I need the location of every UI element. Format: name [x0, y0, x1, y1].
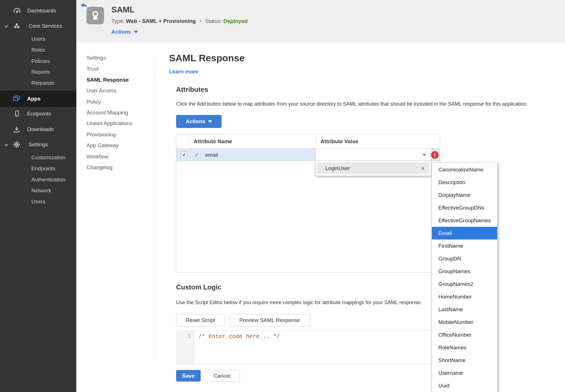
- error-icon: !: [431, 151, 439, 159]
- subnav-item-saml-response[interactable]: SAML Response: [86, 76, 129, 84]
- subnav-item-policy[interactable]: Policy: [86, 98, 101, 106]
- attributes-heading: Attributes: [176, 86, 208, 93]
- menu-item-groupnames[interactable]: GroupNames: [432, 265, 497, 278]
- sidebar-item-label: Roles: [31, 45, 45, 55]
- value-dropdown-menu: LoginUser: [316, 161, 431, 176]
- sidebar-item-downloads[interactable]: Downloads: [0, 124, 76, 134]
- sidebar-item-label: Downloads: [27, 124, 54, 134]
- sidebar-item-label: Requests: [31, 78, 54, 88]
- header-actions-label: Actions: [111, 29, 131, 35]
- sidebar-item-endpoints-settings[interactable]: Endpoints: [0, 164, 76, 174]
- subnav-item-changelog[interactable]: Changelog: [86, 163, 112, 172]
- menu-item-mobilenumber[interactable]: MobileNumber: [432, 316, 497, 328]
- learn-more-link[interactable]: Learn more: [169, 69, 198, 75]
- menu-item-homenumber[interactable]: HomeNumber: [432, 290, 497, 303]
- row-checkbox[interactable]: [181, 152, 187, 158]
- menu-item-shortname[interactable]: ShortName: [432, 354, 497, 367]
- sidebar: Dashboards Core Services Users Roles Pol…: [0, 0, 76, 392]
- sidebar-item-label: Customization: [31, 153, 65, 163]
- sidebar-item-customization[interactable]: Customization: [0, 153, 76, 163]
- save-button[interactable]: Save: [176, 370, 201, 382]
- subnav-item-provisioning[interactable]: Provisioning: [86, 130, 116, 139]
- loginuser-submenu: CanonicalizeName Description DisplayName…: [432, 162, 497, 392]
- gear-icon: [13, 141, 20, 150]
- menu-item-firstname[interactable]: FirstName: [432, 239, 497, 252]
- sidebar-item-requests[interactable]: Requests: [0, 78, 76, 88]
- subnav-item-app-gateway[interactable]: App Gateway: [86, 141, 119, 150]
- subnav-item-trust[interactable]: Trust: [86, 65, 99, 73]
- menu-item-effectivegroupnames[interactable]: EffectiveGroupNames: [432, 214, 497, 227]
- sidebar-item-label: Endpoints: [31, 164, 55, 174]
- menu-item-description[interactable]: Description: [432, 176, 497, 189]
- sidebar-item-roles[interactable]: Roles: [0, 45, 76, 55]
- menu-item-username[interactable]: Username: [432, 367, 497, 379]
- sidebar-item-core-services[interactable]: Core Services: [0, 21, 76, 31]
- chevron-down-icon: [4, 142, 8, 149]
- menu-item-displayname[interactable]: DisplayName: [432, 189, 497, 201]
- attributes-description: Click the Add button below to map attrib…: [176, 101, 528, 107]
- chevron-down-icon: [4, 24, 8, 30]
- checkmark-icon: [182, 153, 186, 157]
- script-editor[interactable]: 1 /* Enter code here... */: [176, 330, 440, 364]
- cancel-button[interactable]: Cancel: [204, 370, 240, 382]
- sidebar-item-label: Users: [31, 197, 46, 207]
- sidebar-item-dashboards[interactable]: Dashboards: [0, 6, 76, 16]
- edit-pencil-icon[interactable]: [194, 152, 200, 159]
- subnav-divider: [155, 55, 155, 360]
- caret-down-icon: [422, 154, 426, 156]
- status-badge: Deployed: [223, 18, 248, 24]
- attribute-value-dropdown[interactable]: [316, 149, 430, 161]
- caret-down-icon: [208, 120, 212, 123]
- menu-item-groupnames2[interactable]: GroupNames2: [432, 278, 497, 290]
- sidebar-item-authentication[interactable]: Authentication: [0, 175, 76, 185]
- subnav-item-workflow[interactable]: Workflow: [86, 153, 109, 161]
- header-actions-menu[interactable]: Actions: [111, 29, 138, 35]
- sidebar-item-network[interactable]: Network: [0, 186, 76, 196]
- sidebar-item-label: Core Services: [29, 21, 62, 31]
- sidebar-item-settings[interactable]: Settings: [0, 140, 76, 150]
- custom-logic-description: Use the Script Editor below if you requi…: [176, 300, 422, 306]
- reset-script-button[interactable]: Reset Script: [176, 314, 225, 326]
- sidebar-item-policies[interactable]: Policies: [0, 56, 76, 66]
- status-label: Status:: [205, 18, 222, 24]
- sidebar-item-label: Settings: [29, 140, 48, 150]
- menu-item-effectivegroupdns[interactable]: EffectiveGroupDNs: [432, 201, 497, 214]
- sidebar-item-apps-active[interactable]: Apps: [0, 91, 76, 107]
- menu-item-rolenames[interactable]: RoleNames: [432, 341, 497, 354]
- line-number: 1: [188, 333, 191, 339]
- menu-item-label: LoginUser: [325, 165, 350, 171]
- section-title: SAML Response: [169, 53, 245, 64]
- menu-item-canonicalizename[interactable]: CanonicalizeName: [432, 163, 497, 176]
- app-meta: Type: Web - SAML + Provisioning • Status…: [111, 18, 248, 24]
- custom-logic-heading: Custom Logic: [176, 283, 221, 291]
- download-icon: [13, 126, 20, 134]
- column-header-attribute-value: Attribute Value: [321, 135, 358, 148]
- sidebar-item-users-settings[interactable]: Users: [0, 197, 76, 207]
- sidebar-item-reports[interactable]: Reports: [0, 67, 76, 77]
- sidebar-item-endpoints[interactable]: Endpoints: [0, 109, 76, 119]
- subnav-item-account-mapping[interactable]: Account Mapping: [86, 108, 128, 117]
- subnav-item-user-access[interactable]: User Access: [86, 86, 116, 95]
- caret-right-icon: [422, 166, 425, 170]
- sidebar-item-users[interactable]: Users: [0, 34, 76, 44]
- subnav-item-settings[interactable]: Settings: [86, 54, 106, 62]
- column-header-attribute-name: Attribute Name: [194, 135, 232, 148]
- cluster-icon: [13, 22, 20, 31]
- table-row[interactable]: email !: [176, 149, 440, 161]
- editor-code[interactable]: /* Enter code here... */: [198, 333, 280, 340]
- subnav-item-linked-applications[interactable]: Linked Applications: [86, 119, 133, 128]
- menu-item-email-selected[interactable]: Email: [432, 227, 497, 239]
- attributes-actions-button[interactable]: Actions: [176, 115, 222, 128]
- type-label: Type:: [111, 18, 124, 24]
- menu-item-uuid[interactable]: Uuid: [432, 379, 497, 392]
- menu-item-lastname[interactable]: LastName: [432, 303, 497, 316]
- menu-item-officenumber[interactable]: OfficeNumber: [432, 328, 497, 341]
- stacked-windows-icon: [12, 95, 20, 104]
- menu-item-loginuser[interactable]: LoginUser: [318, 163, 429, 173]
- sidebar-item-label: Apps: [27, 91, 41, 106]
- sidebar-item-label: Network: [31, 186, 51, 196]
- menu-item-groupdn[interactable]: GroupDN: [432, 252, 497, 265]
- preview-saml-response-button[interactable]: Preview SAML Response: [229, 314, 310, 326]
- editor-gutter: 1: [176, 331, 194, 364]
- caret-down-icon: [134, 31, 138, 33]
